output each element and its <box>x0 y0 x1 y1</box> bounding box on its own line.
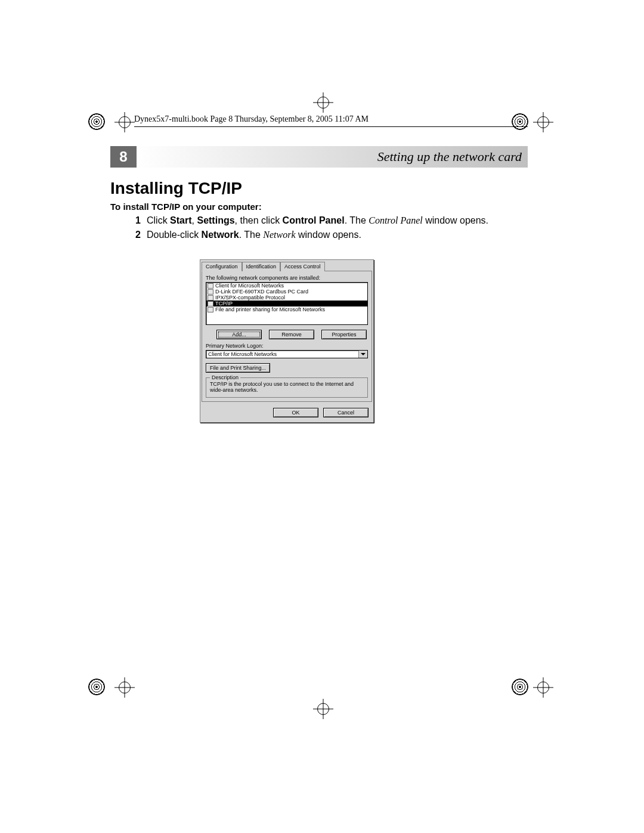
section-title: Setting up the network card <box>377 146 522 168</box>
add-button[interactable]: Add... <box>216 330 262 339</box>
select-value: Client for Microsoft Networks <box>206 351 358 358</box>
tab-strip: Configuration Identification Access Cont… <box>200 260 373 271</box>
tab-configuration[interactable]: Configuration <box>202 262 242 271</box>
t: Click <box>147 215 170 225</box>
step-text: Click Start, Settings, then click Contro… <box>147 215 488 227</box>
running-header: Dynex5x7-multi.book Page 8 Thursday, Sep… <box>134 114 369 123</box>
bold: Control Panel <box>283 215 345 225</box>
divider <box>134 126 528 127</box>
step-text: Double-click Network. The Network window… <box>147 229 361 241</box>
list-item-label: File and printer sharing for Microsoft N… <box>215 306 325 312</box>
t: window opens. <box>423 215 488 225</box>
tab-identification[interactable]: Identification <box>242 262 281 271</box>
reg-mark-icon <box>512 679 528 695</box>
list-item[interactable]: File and printer sharing for Microsoft N… <box>206 306 367 312</box>
italic: Network <box>263 230 295 240</box>
network-dialog: Configuration Identification Access Cont… <box>200 259 374 423</box>
list-item-label: Client for Microsoft Networks <box>215 283 284 289</box>
t: window opens. <box>296 230 361 240</box>
list-item-label: TCP/IP <box>215 301 233 306</box>
list-item[interactable]: Client for Microsoft Networks <box>206 283 367 289</box>
crop-mark-icon <box>533 677 553 698</box>
page-heading: Installing TCP/IP <box>110 179 242 198</box>
bold: Network <box>202 230 239 240</box>
crop-mark-icon <box>533 112 553 132</box>
primary-logon-select[interactable]: Client for Microsoft Networks <box>206 350 368 358</box>
tab-access-control[interactable]: Access Control <box>280 262 325 271</box>
cancel-button[interactable]: Cancel <box>323 408 369 417</box>
t: Double-click <box>147 230 202 240</box>
client-icon <box>208 283 213 289</box>
t: . The <box>239 230 264 240</box>
remove-button[interactable]: Remove <box>269 330 314 339</box>
page-subheading: To install TCP/IP on your computer: <box>110 202 262 212</box>
steps-list: 1 Click Start, Settings, then click Cont… <box>131 215 525 243</box>
step-2: 2 Double-click Network. The Network wind… <box>131 229 525 241</box>
section-banner: 8 Setting up the network card <box>110 146 528 168</box>
reg-mark-icon <box>88 113 105 130</box>
adapter-icon <box>208 289 213 295</box>
list-item-selected[interactable]: TCP/IP <box>206 301 367 306</box>
components-listbox[interactable]: Client for Microsoft Networks D-Link DFE… <box>206 282 368 325</box>
list-item[interactable]: IPX/SPX-compatible Protocol <box>206 295 367 301</box>
ok-button[interactable]: OK <box>273 408 318 417</box>
properties-button[interactable]: Properties <box>321 330 367 339</box>
crop-mark-icon <box>114 112 135 132</box>
step-number: 1 <box>131 215 141 227</box>
protocol-icon <box>208 295 213 301</box>
t: , then click <box>235 215 283 225</box>
file-print-sharing-button[interactable]: File and Print Sharing... <box>206 363 270 373</box>
components-label: The following network components are ins… <box>206 275 368 281</box>
list-item-label: IPX/SPX-compatible Protocol <box>215 295 285 301</box>
list-item[interactable]: D-Link DFE-690TXD Cardbus PC Card <box>206 289 367 295</box>
crop-mark-icon <box>313 92 333 113</box>
step-number: 2 <box>131 229 141 241</box>
bold: Start <box>170 215 191 225</box>
list-item-label: D-Link DFE-690TXD Cardbus PC Card <box>215 289 308 295</box>
protocol-icon <box>208 301 213 306</box>
page-number: 8 <box>110 146 137 168</box>
description-text: TCP/IP is the protocol you use to connec… <box>210 382 364 394</box>
bold: Settings <box>197 215 234 225</box>
primary-logon-label: Primary Network Logon: <box>206 343 368 349</box>
crop-mark-icon <box>313 699 333 719</box>
tab-panel: The following network components are ins… <box>202 271 372 402</box>
step-1: 1 Click Start, Settings, then click Cont… <box>131 215 525 227</box>
service-icon <box>208 307 213 312</box>
description-legend: Description <box>210 374 240 380</box>
description-group: Description TCP/IP is the protocol you u… <box>206 377 368 398</box>
italic: Control Panel <box>369 215 423 225</box>
reg-mark-icon <box>88 679 105 695</box>
chevron-down-icon[interactable] <box>358 351 367 358</box>
crop-mark-icon <box>114 677 135 698</box>
t: . The <box>345 215 369 225</box>
